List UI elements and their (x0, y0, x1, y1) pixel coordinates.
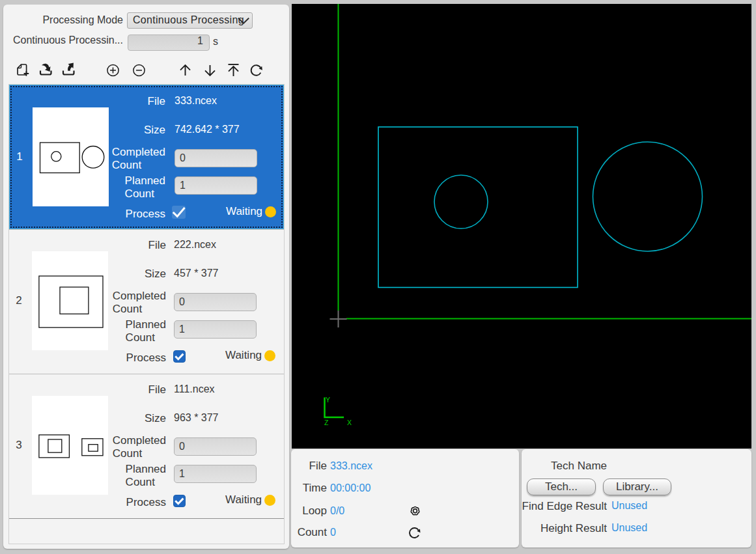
svg-text:Z: Z (324, 419, 329, 426)
svg-text:Y: Y (326, 396, 330, 404)
svg-text:X: X (347, 419, 352, 426)
